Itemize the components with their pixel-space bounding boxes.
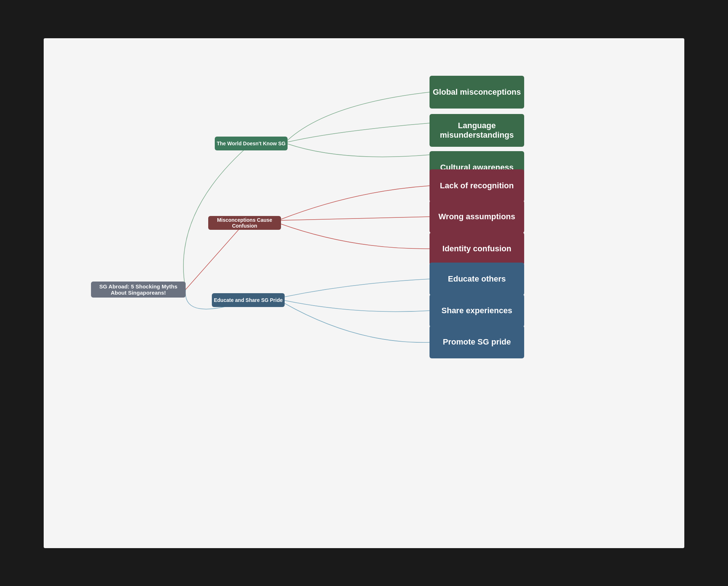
leaf-node-wrong-assumptions[interactable]: Wrong assumptions [430, 200, 524, 233]
leaf-node-promote-sg-pride[interactable]: Promote SG pride [430, 326, 524, 358]
leaf-node-lack-of-recognition[interactable]: Lack of recognition [430, 169, 524, 202]
mid-node-2[interactable]: Misconceptions Cause Confusion [208, 216, 281, 230]
leaf-node-global-misconceptions[interactable]: Global misconceptions [430, 76, 524, 109]
mind-map-canvas: SG Abroad: 5 Shocking Myths About Singap… [44, 38, 684, 548]
mid-node-3[interactable]: Educate and Share SG Pride [212, 293, 285, 307]
leaf-node-share-experiences[interactable]: Share experiences [430, 294, 524, 327]
leaf-node-identity-confusion[interactable]: Identity confusion [430, 232, 524, 265]
root-node[interactable]: SG Abroad: 5 Shocking Myths About Singap… [91, 282, 186, 298]
leaf-node-educate-others[interactable]: Educate others [430, 263, 524, 295]
mid-node-1[interactable]: The World Doesn't Know SG [215, 137, 288, 150]
leaf-node-language-misunderstandings[interactable]: Language misunderstandings [430, 114, 524, 147]
